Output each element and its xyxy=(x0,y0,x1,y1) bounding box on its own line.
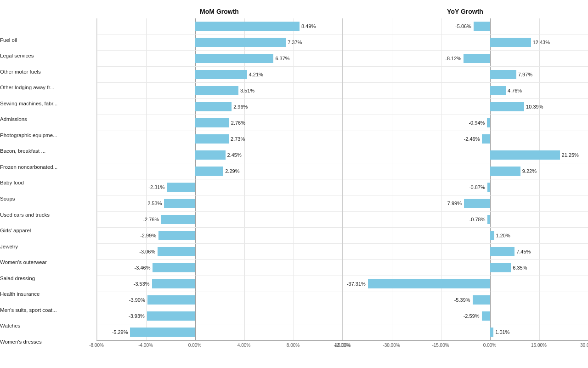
bar-segment xyxy=(487,215,490,224)
bar-row: -5.06% xyxy=(343,18,588,34)
bar-value-label: -0.78% xyxy=(469,217,486,222)
axis-tick: 4.00% xyxy=(237,343,250,348)
bar-value-label: -2.31% xyxy=(148,184,164,190)
mom-chart: MoM Growth 8.49%7.37%6.37%4.21%3.51%2.96… xyxy=(96,5,342,350)
bar-row: 10.39% xyxy=(343,99,588,115)
bar-row: 7.97% xyxy=(343,67,588,83)
bar-row: 2.96% xyxy=(97,99,342,115)
bar-value-label: 12.43% xyxy=(533,40,550,45)
bar-segment xyxy=(164,199,195,208)
bar-segment xyxy=(153,263,195,272)
bar-row: 4.21% xyxy=(97,67,342,83)
bar-row: 6.35% xyxy=(343,260,588,276)
yoy-bars-area: -5.06%12.43%-8.12%7.97%4.76%10.39%-0.94%… xyxy=(342,18,588,340)
bar-value-label: -3.93% xyxy=(129,313,145,319)
bar-row: -5.29% xyxy=(97,324,342,340)
bar-segment xyxy=(490,231,494,240)
category-label: Watches xyxy=(0,318,96,334)
mom-title: MoM Growth xyxy=(96,5,342,18)
bar-row: -3.90% xyxy=(97,292,342,308)
bar-row: -3.46% xyxy=(97,260,342,276)
bar-row: 2.29% xyxy=(97,163,342,179)
bar-value-label: 6.37% xyxy=(275,56,289,61)
bar-row: -0.94% xyxy=(343,115,588,131)
bar-segment xyxy=(490,167,520,176)
bar-value-label: -2.59% xyxy=(464,313,480,319)
bar-value-label: 21.25% xyxy=(562,152,579,158)
bar-row: 12.43% xyxy=(343,34,588,51)
axis-tick: 8.00% xyxy=(287,343,300,348)
bar-segment xyxy=(482,311,490,321)
bar-segment xyxy=(464,199,490,208)
axis-tick: -15.00% xyxy=(432,343,449,348)
bar-value-label: -3.06% xyxy=(139,249,155,254)
bar-segment xyxy=(490,247,514,256)
bar-segment xyxy=(368,279,490,288)
bar-row: -3.93% xyxy=(97,308,342,324)
bar-row: 9.22% xyxy=(343,163,588,179)
bar-value-label: -2.99% xyxy=(140,233,156,238)
category-label: Admissions xyxy=(0,111,96,127)
axis-tick: 0.00% xyxy=(483,343,496,348)
category-label: Fuel oil xyxy=(0,32,96,48)
mom-x-axis: -8.00%-4.00%0.00%4.00%8.00%12.00% xyxy=(96,340,342,350)
bar-row: -5.39% xyxy=(343,292,588,308)
bar-row: 1.20% xyxy=(343,228,588,244)
bar-segment xyxy=(490,263,511,272)
bar-segment xyxy=(195,86,238,95)
bar-segment xyxy=(161,215,195,224)
bar-value-label: 1.01% xyxy=(495,329,509,335)
bar-row: 6.37% xyxy=(97,51,342,67)
bar-value-label: -5.29% xyxy=(112,329,128,335)
bar-value-label: -0.94% xyxy=(469,120,485,126)
bar-segment xyxy=(195,22,300,31)
bar-value-label: 2.45% xyxy=(227,152,242,158)
category-label: Bacon, breakfast ... xyxy=(0,143,96,159)
bar-value-label: -3.53% xyxy=(134,281,150,287)
bar-row: -3.06% xyxy=(97,244,342,260)
bar-row: 7.45% xyxy=(343,244,588,260)
bar-row: -2.46% xyxy=(343,131,588,147)
bar-segment xyxy=(487,118,490,127)
bar-row: -0.78% xyxy=(343,212,588,228)
bar-value-label: -0.87% xyxy=(469,184,485,190)
bar-segment xyxy=(158,231,195,240)
bar-value-label: -2.46% xyxy=(464,136,480,142)
bar-value-label: -2.76% xyxy=(143,217,159,222)
bar-row: -2.53% xyxy=(97,196,342,212)
bar-row: -0.87% xyxy=(343,179,588,196)
axis-tick: -30.00% xyxy=(383,343,400,348)
bar-value-label: 10.39% xyxy=(526,104,543,109)
yoy-chart: YoY Growth -5.06%12.43%-8.12%7.97%4.76%1… xyxy=(342,5,588,350)
bar-value-label: 6.35% xyxy=(513,265,527,270)
bar-segment xyxy=(464,54,490,63)
category-label: Baby food xyxy=(0,175,96,191)
bar-segment xyxy=(195,102,232,111)
bar-segment xyxy=(167,183,195,192)
bar-value-label: 1.20% xyxy=(496,233,510,238)
category-label: Girls' apparel xyxy=(0,223,96,239)
axis-tick: 30.00% xyxy=(580,343,588,348)
category-label: Jewelry xyxy=(0,238,96,254)
bar-segment xyxy=(473,295,490,305)
bar-value-label: -5.06% xyxy=(455,23,471,29)
bar-value-label: 7.45% xyxy=(516,249,531,254)
category-label: Soups xyxy=(0,191,96,207)
bar-segment xyxy=(195,118,229,127)
bar-segment xyxy=(482,134,490,144)
category-label: Health insurance xyxy=(0,286,96,302)
bar-row: -2.59% xyxy=(343,308,588,324)
category-label: Other motor fuels xyxy=(0,64,96,80)
bar-value-label: -3.90% xyxy=(129,297,145,303)
bar-row: -8.12% xyxy=(343,51,588,67)
bar-row: 2.76% xyxy=(97,115,342,131)
bar-segment xyxy=(487,183,490,192)
bar-segment xyxy=(474,22,490,31)
bar-segment xyxy=(158,247,195,256)
category-labels: Fuel oilLegal servicesOther motor fuelsO… xyxy=(0,5,96,350)
bar-row: 3.51% xyxy=(97,83,342,99)
bar-value-label: -37.31% xyxy=(347,281,366,287)
category-label: Used cars and trucks xyxy=(0,207,96,223)
bar-segment xyxy=(147,295,195,305)
bar-value-label: -2.53% xyxy=(146,201,162,206)
